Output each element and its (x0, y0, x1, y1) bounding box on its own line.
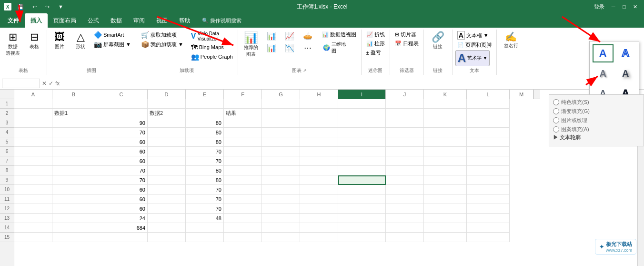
cell-h4[interactable] (300, 128, 338, 137)
cell-d13[interactable] (148, 214, 186, 223)
cell-l8[interactable] (467, 166, 510, 175)
cell-l9[interactable] (467, 175, 510, 185)
row-header-9[interactable]: 9 (0, 175, 14, 185)
cell-d7[interactable] (148, 156, 186, 166)
cell-j9[interactable] (386, 175, 424, 185)
cell-j10[interactable] (386, 185, 424, 194)
insert-function-icon[interactable]: fx (55, 80, 60, 87)
cell-j14[interactable] (386, 223, 424, 233)
more-charts-button[interactable]: ⋯ (299, 42, 316, 53)
cell-k3[interactable] (424, 118, 467, 128)
pie-chart-button[interactable]: 🥧 (299, 31, 316, 41)
cell-a1[interactable] (14, 99, 52, 109)
close-button[interactable]: ✕ (630, 3, 640, 11)
cell-h13[interactable] (300, 214, 338, 223)
bing-maps-button[interactable]: 🗺 Bing Maps (189, 43, 235, 51)
col-header-d[interactable]: D (148, 90, 186, 99)
signature-button[interactable]: ✍ 签名行 (501, 31, 521, 51)
tab-search[interactable]: 🔍 操作说明搜索 (196, 13, 247, 28)
col-header-g[interactable]: G (262, 90, 300, 99)
3d-map-button[interactable]: 🌍 三维地图 (320, 40, 358, 56)
cell-g4[interactable] (262, 128, 300, 137)
row-header-8[interactable]: 8 (0, 166, 14, 175)
cell-g6[interactable] (262, 147, 300, 156)
cell-a4[interactable] (14, 128, 52, 137)
cell-c15[interactable] (95, 233, 148, 242)
cell-c8[interactable]: 70 (95, 166, 148, 175)
cell-j3[interactable] (386, 118, 424, 128)
fill-picture-option[interactable]: 图片或纹理 (553, 116, 640, 125)
cell-c12[interactable]: 60 (95, 204, 148, 214)
cell-k14[interactable] (424, 223, 467, 233)
cell-c13[interactable]: 24 (95, 214, 148, 223)
recommended-charts-button[interactable]: 📊 推荐的图表 (241, 31, 261, 59)
cell-j15[interactable] (386, 233, 424, 242)
tab-review[interactable]: 审阅 (128, 13, 151, 28)
tab-data[interactable]: 数据 (105, 13, 128, 28)
tab-layout[interactable]: 页面布局 (48, 13, 82, 28)
cell-d5[interactable] (148, 137, 186, 147)
cell-i11[interactable] (338, 194, 386, 204)
cell-b14[interactable] (52, 223, 95, 233)
line-chart-button[interactable]: 📈 (281, 31, 298, 41)
cell-k7[interactable] (424, 156, 467, 166)
cell-h11[interactable] (300, 194, 338, 204)
minimize-button[interactable]: ─ (609, 3, 618, 10)
cell-f13[interactable] (224, 214, 262, 223)
cell-h14[interactable] (300, 223, 338, 233)
fill-pattern-option[interactable]: 图案填充(A) (553, 125, 640, 134)
cell-l14[interactable] (467, 223, 510, 233)
cell-l15[interactable] (467, 233, 510, 242)
cell-l5[interactable] (467, 137, 510, 147)
cell-e3[interactable]: 80 (186, 118, 224, 128)
cell-a15[interactable] (14, 233, 52, 242)
cell-i12[interactable] (338, 204, 386, 214)
cell-f10[interactable] (224, 185, 262, 194)
cell-g5[interactable] (262, 137, 300, 147)
cell-c5[interactable]: 60 (95, 137, 148, 147)
cell-b15[interactable] (52, 233, 95, 242)
cell-b11[interactable] (52, 194, 95, 204)
cell-c4[interactable]: 70 (95, 128, 148, 137)
maximize-button[interactable]: □ (620, 3, 629, 10)
cell-l11[interactable] (467, 194, 510, 204)
cell-l4[interactable] (467, 128, 510, 137)
cell-d14[interactable] (148, 223, 186, 233)
cell-g3[interactable] (262, 118, 300, 128)
cell-b8[interactable] (52, 166, 95, 175)
cell-a14[interactable] (14, 223, 52, 233)
cell-j5[interactable] (386, 137, 424, 147)
cell-e14[interactable] (186, 223, 224, 233)
cell-d8[interactable] (148, 166, 186, 175)
cell-c14[interactable]: 684 (95, 223, 148, 233)
cell-c10[interactable]: 60 (95, 185, 148, 194)
wordart-button[interactable]: A 艺术字 ▼ (455, 50, 490, 66)
cell-i7[interactable] (338, 156, 386, 166)
cell-e5[interactable]: 80 (186, 137, 224, 147)
cell-b2[interactable]: 数据1 (52, 109, 95, 118)
cell-h8[interactable] (300, 166, 338, 175)
cell-b4[interactable] (52, 128, 95, 137)
col-header-m[interactable]: M (510, 90, 533, 99)
cell-i3[interactable] (338, 118, 386, 128)
confirm-formula-icon[interactable]: ✓ (49, 80, 53, 87)
row-header-12[interactable]: 12 (0, 204, 14, 214)
cell-g10[interactable] (262, 185, 300, 194)
redo-button[interactable]: ↪ (42, 3, 52, 11)
visio-button[interactable]: V Visio DataVisualizer (189, 31, 235, 42)
cell-k9[interactable] (424, 175, 467, 185)
cell-l10[interactable] (467, 185, 510, 194)
cell-k15[interactable] (424, 233, 467, 242)
cell-f6[interactable] (224, 147, 262, 156)
column-chart-button[interactable]: 📊 (263, 31, 280, 41)
cell-h12[interactable] (300, 204, 338, 214)
cell-f4[interactable] (224, 128, 262, 137)
cell-k4[interactable] (424, 128, 467, 137)
row-header-5[interactable]: 5 (0, 137, 14, 147)
cell-k2[interactable] (424, 109, 467, 118)
cell-i5[interactable] (338, 137, 386, 147)
shapes-button[interactable]: △ 形状 (71, 31, 90, 51)
textbox-button[interactable]: A 文本框 ▼ (455, 31, 491, 40)
cell-a12[interactable] (14, 204, 52, 214)
cell-h9[interactable] (300, 175, 338, 185)
